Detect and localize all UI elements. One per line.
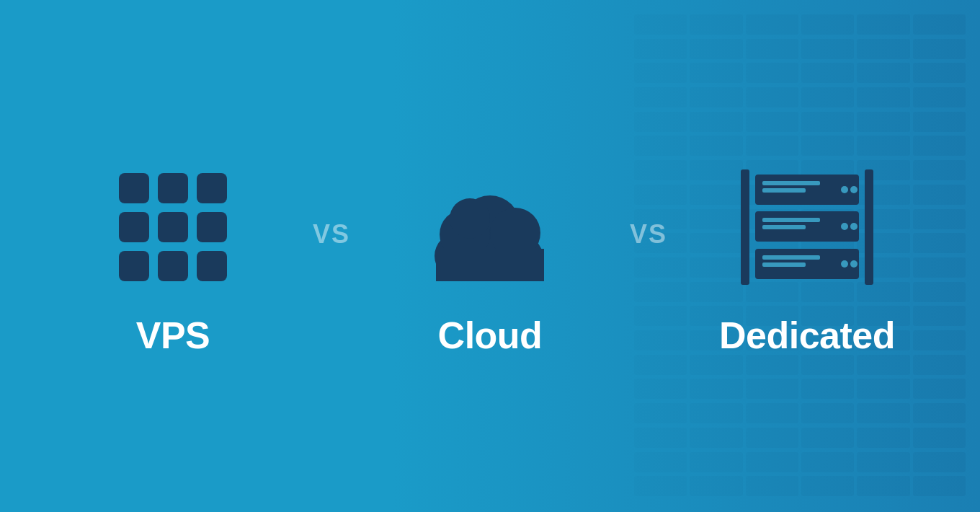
cloud-icon-wrapper bbox=[418, 155, 562, 299]
svg-point-23 bbox=[841, 186, 848, 193]
svg-rect-17 bbox=[436, 249, 544, 281]
svg-rect-5 bbox=[197, 212, 227, 242]
svg-rect-26 bbox=[762, 218, 820, 222]
svg-rect-6 bbox=[119, 251, 149, 281]
vps-label: VPS bbox=[136, 314, 210, 357]
dedicated-icon-wrapper bbox=[735, 155, 879, 299]
svg-rect-1 bbox=[158, 173, 188, 203]
main-content: VPS VS bbox=[0, 155, 980, 357]
svg-rect-2 bbox=[197, 173, 227, 203]
vps-item: VPS bbox=[58, 155, 288, 357]
svg-rect-3 bbox=[119, 212, 149, 242]
svg-rect-19 bbox=[865, 169, 873, 285]
svg-rect-21 bbox=[762, 181, 820, 185]
svg-point-33 bbox=[841, 260, 848, 268]
svg-point-24 bbox=[850, 186, 858, 193]
vps-icon-wrapper bbox=[101, 155, 245, 299]
svg-point-16 bbox=[450, 198, 490, 239]
svg-rect-0 bbox=[119, 173, 149, 203]
vs-separator-2: VS bbox=[605, 219, 692, 293]
cloud-icon bbox=[418, 169, 562, 285]
svg-rect-8 bbox=[197, 251, 227, 281]
vs-separator-1: VS bbox=[288, 219, 375, 293]
page-background: VPS VS bbox=[0, 0, 980, 512]
svg-rect-18 bbox=[741, 169, 749, 285]
svg-point-34 bbox=[850, 260, 858, 268]
dedicated-server-icon bbox=[735, 166, 879, 288]
vps-grid-icon bbox=[112, 166, 234, 288]
svg-rect-4 bbox=[158, 212, 188, 242]
svg-rect-32 bbox=[762, 262, 806, 267]
svg-rect-27 bbox=[762, 225, 806, 229]
cloud-item: Cloud bbox=[375, 155, 605, 357]
svg-rect-31 bbox=[762, 255, 820, 260]
dedicated-label: Dedicated bbox=[719, 314, 895, 357]
svg-point-29 bbox=[850, 223, 858, 230]
svg-point-28 bbox=[841, 223, 848, 230]
svg-rect-22 bbox=[762, 188, 806, 193]
svg-rect-7 bbox=[158, 251, 188, 281]
cloud-label: Cloud bbox=[438, 314, 543, 357]
dedicated-item: Dedicated bbox=[692, 155, 922, 357]
